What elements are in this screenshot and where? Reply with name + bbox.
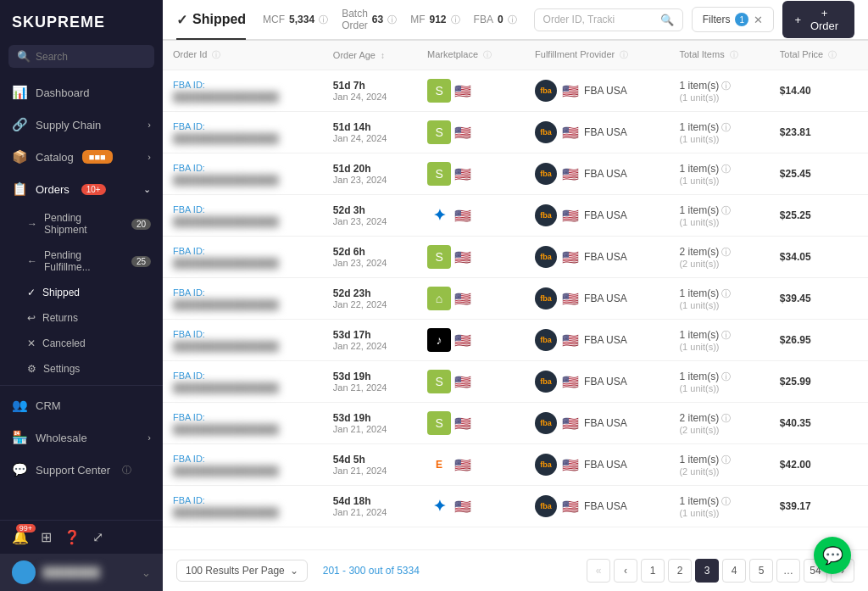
info-icon[interactable]: ⓘ (212, 50, 220, 59)
stat-mf-value: 912 (430, 14, 447, 25)
table-row[interactable]: FBA ID: ████████████████ 51d 14h Jan 24,… (163, 112, 868, 153)
chat-button[interactable]: 💬 (814, 537, 851, 574)
filters-button[interactable]: Filters 1 ✕ (692, 7, 775, 32)
header-stats: MCF 5,334 ⓘ Batch Order 63 ⓘ MF 912 ⓘ FB… (263, 8, 516, 31)
flag-icon: 🇺🇸 (454, 208, 471, 224)
sidebar-item-catalog[interactable]: 📦 Catalog ■■■ › (0, 141, 163, 173)
table-row[interactable]: FBA ID: ████████████████ 53d 19h Jan 21,… (163, 361, 868, 403)
table-row[interactable]: FBA ID: ████████████████ 54d 5h Jan 21, … (163, 444, 868, 486)
sidebar-item-label: Support Center (36, 464, 110, 477)
page-2-button[interactable]: 2 (668, 559, 692, 583)
order-search-input[interactable] (543, 14, 655, 25)
sidebar-item-crm[interactable]: 👥 CRM (0, 389, 163, 421)
notifications-icon[interactable]: 🔔 (12, 529, 29, 545)
sidebar-item-canceled[interactable]: ✕ Canceled (0, 331, 163, 356)
flag-icon: 🇺🇸 (562, 291, 579, 307)
sub-item-label: Pending Shipment (44, 212, 125, 236)
price-value: $39.17 (780, 500, 811, 512)
info-icon[interactable]: ⓘ (451, 14, 460, 26)
price-value: $25.45 (780, 168, 811, 180)
check-icon: ✓ (27, 287, 36, 298)
table-row[interactable]: FBA ID: ████████████████ 52d 23h Jan 22,… (163, 278, 868, 320)
fulfillment-cell: fba 🇺🇸 FBA USA (525, 486, 669, 527)
close-icon[interactable]: ✕ (754, 14, 763, 26)
table-row[interactable]: FBA ID: ████████████████ 53d 19h Jan 21,… (163, 403, 868, 444)
sidebar-item-dashboard[interactable]: 📊 Dashboard (0, 76, 163, 109)
info-icon[interactable]: ⓘ (483, 50, 492, 59)
flag-icon: 🇺🇸 (562, 249, 579, 265)
marketplace-cell: E 🇺🇸 (417, 444, 525, 486)
chevron-down-icon[interactable]: ⌄ (142, 566, 151, 579)
sidebar-item-wholesale[interactable]: 🏪 Wholesale › (0, 421, 163, 454)
page-title: Shipped (192, 12, 246, 27)
sidebar-item-support[interactable]: 💬 Support Center ⓘ (0, 454, 163, 486)
page-3-button[interactable]: 3 (695, 559, 719, 583)
marketplace-cell: S 🇺🇸 (417, 237, 525, 278)
chat-icon: 💬 (822, 545, 843, 566)
page-5-button[interactable]: 5 (749, 559, 773, 583)
table-row[interactable]: FBA ID: ████████████████ 53d 17h Jan 22,… (163, 320, 868, 361)
flag-icon: 🇺🇸 (454, 125, 471, 141)
fulfillment-cell: fba 🇺🇸 FBA USA (525, 278, 669, 320)
sort-icon[interactable]: ↕ (381, 51, 385, 60)
sidebar-item-orders[interactable]: 📋 Orders 10+ ⌄ (0, 173, 163, 205)
sidebar-item-settings[interactable]: ⚙ Settings (0, 356, 163, 382)
sidebar-item-supply-chain[interactable]: 🔗 Supply Chain › (0, 109, 163, 141)
info-icon[interactable]: ⓘ (620, 50, 628, 59)
fba-badge: fba (535, 163, 557, 185)
order-search-box[interactable]: 🔍 (534, 8, 683, 31)
table-row[interactable]: FBA ID: ████████████████ 52d 3h Jan 23, … (163, 195, 868, 237)
chevron-right-icon: › (147, 432, 151, 443)
order-id-cell: FBA ID: ████████████████ (163, 70, 323, 112)
table-row[interactable]: FBA ID: ████████████████ 52d 6h Jan 23, … (163, 237, 868, 278)
marketplace-icon: ✦ (427, 204, 451, 227)
add-order-button[interactable]: + + Order (782, 1, 854, 38)
total-items-cell: 1 item(s) ⓘ (1 unit(s)) (669, 153, 769, 195)
total-price-cell: $42.00 (770, 444, 868, 486)
sidebar-search[interactable]: 🔍 (8, 45, 154, 68)
expand-icon[interactable]: ⤢ (92, 529, 103, 545)
help-icon[interactable]: ❓ (64, 529, 81, 545)
pagination-bar: 100 Results Per Page ⌄ 201 - 300 out of … (163, 549, 868, 591)
return-icon: ↩ (27, 312, 36, 324)
page-1-button[interactable]: 1 (641, 559, 665, 583)
fba-badge: fba (535, 412, 557, 434)
table-icon[interactable]: ⊞ (41, 529, 52, 545)
sub-item-label: Shipped (42, 287, 80, 298)
arrow-left-icon: ← (27, 255, 37, 267)
marketplace-icon: ✦ (427, 494, 451, 518)
catalog-badge: ■■■ (82, 150, 113, 164)
per-page-select[interactable]: 100 Results Per Page ⌄ (176, 560, 308, 582)
fulfillment-cell: fba 🇺🇸 FBA USA (525, 403, 669, 444)
info-icon[interactable]: ⓘ (828, 50, 837, 59)
price-value: $25.99 (780, 376, 811, 387)
flag-icon: 🇺🇸 (454, 457, 471, 473)
table-row[interactable]: FBA ID: ████████████████ 51d 7h Jan 24, … (163, 70, 868, 112)
sidebar-nav: 📊 Dashboard 🔗 Supply Chain › 📦 Catalog ■… (0, 76, 163, 520)
total-items-cell: 1 item(s) ⓘ (1 unit(s)) (669, 112, 769, 153)
flag-icon: 🇺🇸 (562, 457, 579, 473)
table-row[interactable]: FBA ID: ████████████████ 54d 18h Jan 21,… (163, 486, 868, 527)
sidebar-item-pending-shipment[interactable]: → Pending Shipment 20 (0, 205, 163, 243)
sidebar-item-shipped[interactable]: ✓ Shipped (0, 280, 163, 305)
sidebar-item-pending-fulfillment[interactable]: ← Pending Fulfillme... 25 (0, 243, 163, 280)
pagination-info: 201 - 300 out of 5334 (323, 565, 580, 577)
stat-mcf: MCF 5,334 ⓘ (263, 14, 328, 26)
fulfillment-cell: fba 🇺🇸 FBA USA (525, 237, 669, 278)
info-icon[interactable]: ⓘ (508, 14, 517, 26)
prev-page-button[interactable]: ‹ (614, 559, 637, 583)
table-row[interactable]: FBA ID: ████████████████ 51d 20h Jan 23,… (163, 153, 868, 195)
info-icon[interactable]: ⓘ (730, 50, 738, 59)
stat-batch-label: Batch Order (342, 8, 368, 31)
sub-item-label: Returns (42, 312, 78, 324)
search-input[interactable] (36, 51, 146, 63)
marketplace-icon: S (427, 79, 451, 103)
fulfillment-label: FBA USA (584, 126, 627, 138)
info-icon: ⓘ (122, 464, 131, 477)
sidebar-item-returns[interactable]: ↩ Returns (0, 305, 163, 331)
page-4-button[interactable]: 4 (722, 559, 746, 583)
info-icon[interactable]: ⓘ (387, 14, 397, 26)
price-value: $40.35 (780, 417, 811, 429)
info-icon[interactable]: ⓘ (319, 14, 328, 26)
first-page-button[interactable]: « (587, 559, 610, 583)
